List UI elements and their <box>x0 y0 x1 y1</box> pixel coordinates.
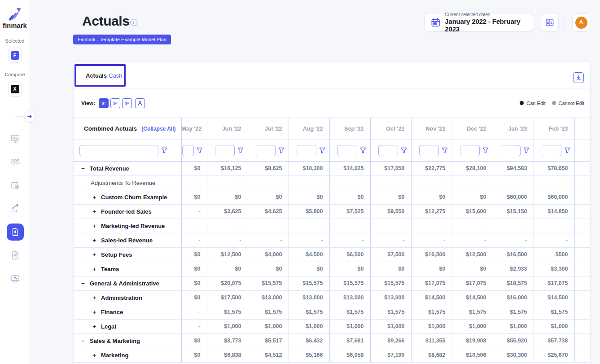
value-cell: - <box>207 219 248 233</box>
row-label: General & Administrative <box>90 280 159 287</box>
column-filter-cell <box>493 140 534 161</box>
expand-row-icon[interactable]: + <box>91 309 97 315</box>
sidebar-item-formulas[interactable] <box>0 267 30 290</box>
value-cell: $1,000 <box>207 319 248 333</box>
expand-row-icon[interactable]: + <box>91 223 97 229</box>
expand-row-icon[interactable]: + <box>91 295 97 301</box>
expand-row-icon[interactable]: + <box>91 266 97 272</box>
sidebar-item-dashboard[interactable] <box>0 127 30 150</box>
filter-icon[interactable] <box>319 147 326 154</box>
filter-icon[interactable] <box>523 147 530 154</box>
collapse-row-icon[interactable]: − <box>80 338 86 344</box>
collapse-row-icon[interactable]: − <box>80 281 86 286</box>
column-filter-input[interactable] <box>378 145 398 156</box>
column-filter-input[interactable] <box>337 145 357 156</box>
value-cell: $17,075 <box>452 276 493 290</box>
expand-row-icon[interactable]: + <box>91 324 97 329</box>
sidebar-item-team[interactable] <box>0 150 30 174</box>
filter-icon[interactable] <box>359 147 367 154</box>
table-row: +Sales-led Revenue---------- <box>74 233 590 247</box>
sidebar-item-metrics[interactable] <box>0 197 30 220</box>
value-cell: $5,800 <box>289 204 329 219</box>
row-label-cell: −General & Administrative <box>74 276 181 290</box>
compare-model-chip[interactable]: X <box>8 81 22 96</box>
dollar-right-icon: $» <box>125 101 129 105</box>
tab-cash[interactable]: Cash <box>109 72 122 79</box>
value-cell: - <box>411 219 452 233</box>
label-filter-cell <box>74 140 181 161</box>
value-cell: $30,300 <box>493 348 534 362</box>
user-menu-button[interactable]: A <box>572 13 590 31</box>
row-label: Marketing-led Revenue <box>101 223 165 229</box>
view-dollars-expand-button[interactable]: $» <box>122 98 132 108</box>
can-edit-label: Can Edit <box>526 101 545 106</box>
filter-row <box>74 140 590 161</box>
tab-actuals[interactable]: Actuals <box>86 72 107 79</box>
value-cell: - <box>289 219 329 233</box>
column-header: Sep '22 <box>329 118 370 140</box>
view-dollars-expand-all-button[interactable]: $↕ <box>99 98 109 108</box>
value-cell: $20,075 <box>207 276 248 290</box>
view-dollars-collapse-button[interactable]: $« <box>110 98 120 108</box>
value-cell: $0 <box>411 190 452 204</box>
expand-row-icon[interactable]: + <box>91 194 97 200</box>
sidebar-item-actuals[interactable] <box>0 220 30 244</box>
value-cell: - <box>248 233 289 247</box>
collapse-all-link[interactable]: (Collapse All) <box>141 126 175 132</box>
download-button[interactable] <box>573 72 584 83</box>
date-range-button[interactable]: Current selected dates January 2022 - Fe… <box>425 13 533 32</box>
column-filter-input[interactable] <box>256 145 276 156</box>
dashboard-icon <box>10 133 21 144</box>
expand-row-icon[interactable]: + <box>91 237 97 243</box>
column-filter-input[interactable] <box>215 145 235 156</box>
column-header: Jul '22 <box>248 118 289 140</box>
value-cell: $12,500 <box>207 247 248 262</box>
value-cell: $1,575 <box>411 305 452 319</box>
filter-icon[interactable] <box>564 147 571 154</box>
sidebar-item-reports[interactable] <box>0 244 30 267</box>
value-cell: $0 <box>181 290 207 305</box>
column-filter-input[interactable] <box>182 145 194 156</box>
value-cell: $1,575 <box>248 305 289 319</box>
value-cell: $16,000 <box>493 290 534 305</box>
view-headcount-button[interactable] <box>135 98 145 108</box>
expand-row-icon[interactable]: + <box>91 209 97 215</box>
row-label-filter-input[interactable] <box>79 145 158 156</box>
table-row: Adjustments To Revenue---------- <box>74 175 590 190</box>
collapse-row-icon[interactable]: − <box>80 166 86 171</box>
sidebar: finmark Selected F Compare X <box>0 0 30 364</box>
column-filter-input[interactable] <box>542 145 561 156</box>
trailing-cell <box>574 305 590 319</box>
filter-icon[interactable] <box>161 147 168 154</box>
sidebar-item-billing[interactable] <box>0 174 30 197</box>
columns-icon <box>545 18 555 27</box>
filter-icon[interactable] <box>237 147 244 154</box>
filter-icon[interactable] <box>400 147 407 154</box>
value-cell: $10,506 <box>452 348 493 362</box>
column-filter-input[interactable] <box>501 145 521 156</box>
expand-row-icon[interactable]: + <box>91 352 97 358</box>
row-label-cell: +Teams <box>74 262 181 276</box>
trailing-cell <box>574 290 590 305</box>
value-cell: $15,575 <box>289 276 329 290</box>
view-toolbar: View: $↕ $« $» Can Edit Cannot Edit <box>74 88 590 118</box>
trailing-cell <box>574 233 590 247</box>
filter-icon[interactable] <box>196 147 203 154</box>
filter-icon[interactable] <box>441 147 448 154</box>
value-cell: $15,150 <box>493 204 534 219</box>
columns-settings-button[interactable] <box>541 13 559 32</box>
selected-model-chip[interactable]: F <box>8 48 22 63</box>
column-filter-input[interactable] <box>419 145 439 156</box>
filter-icon[interactable] <box>278 147 285 154</box>
info-icon[interactable]: i <box>130 19 137 26</box>
filter-icon[interactable] <box>482 147 489 154</box>
column-filter-input[interactable] <box>297 145 316 156</box>
plan-badge[interactable]: Finmark - Template Example Model Plan <box>73 35 171 44</box>
column-filter-input[interactable] <box>460 145 480 156</box>
value-cell: $8,773 <box>207 333 248 348</box>
sidebar-collapse-button[interactable]: ➔ <box>24 110 35 122</box>
expand-row-icon[interactable]: + <box>91 252 97 258</box>
first-column-header: Combined Actuals (Collapse All) <box>74 118 181 140</box>
finmark-logo[interactable]: finmark <box>0 6 30 29</box>
table-row: +Finance-$1,575$1,575$1,575$1,575$1,575$… <box>74 305 590 319</box>
